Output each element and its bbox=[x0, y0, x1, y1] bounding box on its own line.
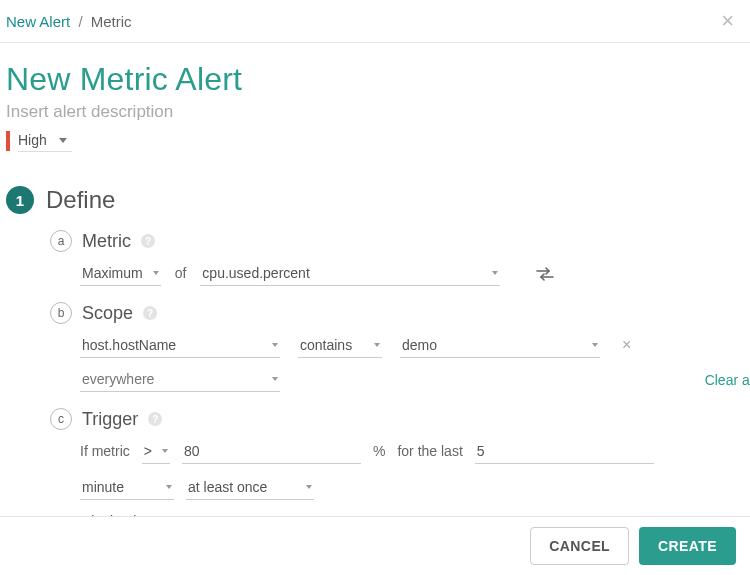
clear-all-link[interactable]: Clear all bbox=[705, 372, 750, 388]
scope-segment-value: everywhere bbox=[82, 371, 154, 387]
substep-letter-a: a bbox=[50, 230, 72, 252]
time-unit-select[interactable]: minute bbox=[80, 476, 174, 500]
chevron-down-icon bbox=[592, 343, 598, 347]
remove-scope-row-icon[interactable]: × bbox=[618, 336, 635, 358]
duration-input[interactable] bbox=[475, 440, 654, 464]
substep-letter-c: c bbox=[50, 408, 72, 430]
breadcrumb-bar: New Alert / Metric × bbox=[0, 0, 750, 43]
metric-body: Maximum of cpu.used.percent bbox=[80, 262, 744, 286]
modal-body: New Metric Alert High 1 Define a Metric bbox=[0, 43, 750, 534]
scope-key-value: host.hostName bbox=[82, 337, 176, 353]
time-unit-value: minute bbox=[82, 479, 124, 495]
for-last-label: for the last bbox=[397, 443, 462, 464]
page-title: New Metric Alert bbox=[6, 61, 744, 98]
threshold-input[interactable] bbox=[182, 440, 361, 464]
scope-body-row2: everywhere Clear all bbox=[80, 368, 750, 392]
frequency-select[interactable]: at least once bbox=[186, 476, 314, 500]
substep-header-scope: b Scope ? bbox=[50, 302, 744, 324]
chevron-down-icon bbox=[492, 271, 498, 275]
comparator-select[interactable]: > bbox=[142, 440, 170, 464]
severity-select[interactable]: High bbox=[18, 130, 72, 152]
trigger-body: If metric > % for the last bbox=[80, 440, 744, 500]
modal-footer: CANCEL CREATE bbox=[0, 516, 750, 575]
step-title: Define bbox=[46, 186, 115, 214]
cancel-button[interactable]: CANCEL bbox=[530, 527, 629, 565]
metric-name-select[interactable]: cpu.used.percent bbox=[200, 262, 500, 286]
chevron-down-icon bbox=[374, 343, 380, 347]
step-header: 1 Define bbox=[6, 186, 744, 214]
of-label: of bbox=[175, 265, 187, 286]
scope-key-select[interactable]: host.hostName bbox=[80, 334, 280, 358]
breadcrumb-current: Metric bbox=[91, 13, 132, 30]
chevron-down-icon bbox=[162, 449, 168, 453]
severity-color-bar bbox=[6, 131, 10, 151]
threshold-value[interactable] bbox=[184, 443, 359, 459]
frequency-value: at least once bbox=[188, 479, 267, 495]
substeps: a Metric ? Maximum of cpu.used.percent bbox=[50, 230, 744, 534]
alert-description-input[interactable] bbox=[6, 98, 744, 124]
scope-operator-value: contains bbox=[300, 337, 352, 353]
breadcrumb-root[interactable]: New Alert bbox=[6, 13, 70, 30]
breadcrumb: New Alert / Metric bbox=[6, 13, 132, 30]
step-define: 1 Define a Metric ? Maximum bbox=[6, 186, 744, 534]
substep-header-trigger: c Trigger ? bbox=[50, 408, 744, 430]
scope-body: host.hostName contains demo × bbox=[80, 334, 744, 358]
close-icon[interactable]: × bbox=[721, 10, 734, 32]
substep-scope: b Scope ? host.hostName contains bbox=[50, 302, 744, 392]
new-metric-alert-modal: New Alert / Metric × New Metric Alert Hi… bbox=[0, 0, 750, 575]
scope-value-select[interactable]: demo bbox=[400, 334, 600, 358]
chevron-down-icon bbox=[153, 271, 159, 275]
help-icon[interactable]: ? bbox=[143, 306, 157, 320]
substep-letter-b: b bbox=[50, 302, 72, 324]
chevron-down-icon bbox=[272, 343, 278, 347]
help-icon[interactable]: ? bbox=[148, 412, 162, 426]
chevron-down-icon bbox=[59, 138, 67, 143]
create-button[interactable]: CREATE bbox=[639, 527, 736, 565]
help-icon[interactable]: ? bbox=[141, 234, 155, 248]
scope-value-text: demo bbox=[402, 337, 437, 353]
scope-segment-select[interactable]: everywhere bbox=[80, 368, 280, 392]
severity-label: High bbox=[18, 132, 47, 148]
chevron-down-icon bbox=[272, 377, 278, 381]
scope-operator-select[interactable]: contains bbox=[298, 334, 382, 358]
duration-value[interactable] bbox=[477, 443, 652, 459]
threshold-unit-label: % bbox=[373, 443, 385, 464]
substep-metric: a Metric ? Maximum of cpu.used.percent bbox=[50, 230, 744, 286]
chevron-down-icon bbox=[166, 485, 172, 489]
aggregation-select[interactable]: Maximum bbox=[80, 262, 161, 286]
severity-row: High bbox=[6, 130, 744, 152]
substep-header-metric: a Metric ? bbox=[50, 230, 744, 252]
breadcrumb-separator: / bbox=[78, 13, 82, 30]
aggregation-value: Maximum bbox=[82, 265, 143, 281]
trigger-prefix-label: If metric bbox=[80, 443, 130, 464]
comparator-value: > bbox=[144, 443, 152, 459]
metric-name-value: cpu.used.percent bbox=[202, 265, 309, 281]
step-number-badge: 1 bbox=[6, 186, 34, 214]
chevron-down-icon bbox=[306, 485, 312, 489]
substep-title-scope: Scope bbox=[82, 303, 133, 324]
substep-title-trigger: Trigger bbox=[82, 409, 138, 430]
substep-title-metric: Metric bbox=[82, 231, 131, 252]
swap-icon[interactable] bbox=[532, 264, 558, 286]
